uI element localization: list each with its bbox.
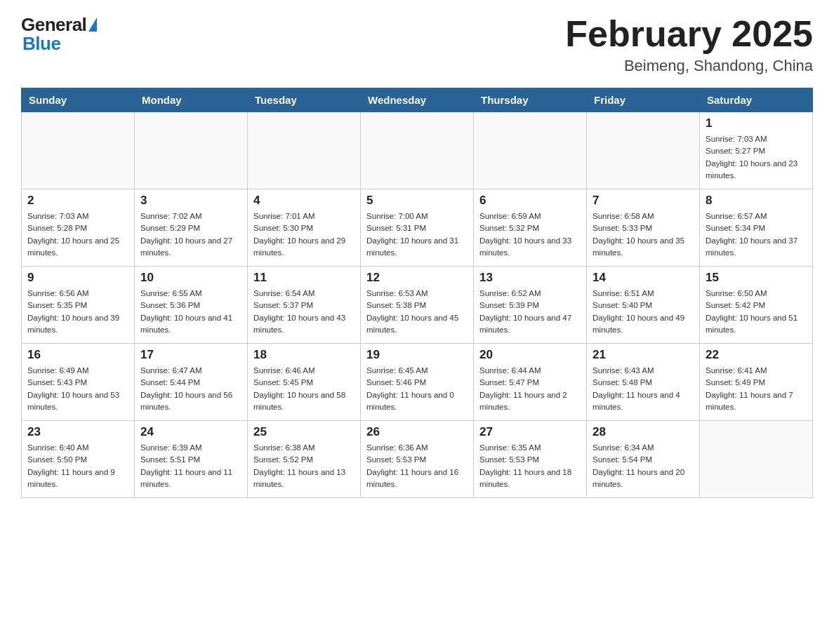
- calendar-cell: 15Sunrise: 6:50 AMSunset: 5:42 PMDayligh…: [700, 267, 813, 344]
- calendar-cell: 4Sunrise: 7:01 AMSunset: 5:30 PMDaylight…: [248, 189, 361, 267]
- calendar-cell: 28Sunrise: 6:34 AMSunset: 5:54 PMDayligh…: [587, 421, 700, 498]
- weekday-header-wednesday: Wednesday: [361, 88, 474, 112]
- day-info: Sunrise: 6:40 AMSunset: 5:50 PMDaylight:…: [27, 442, 128, 490]
- day-number: 21: [593, 348, 694, 362]
- day-number: 6: [479, 194, 581, 208]
- day-info: Sunrise: 6:50 AMSunset: 5:42 PMDaylight:…: [706, 288, 807, 336]
- day-number: 22: [706, 348, 807, 362]
- calendar-cell: 24Sunrise: 6:39 AMSunset: 5:51 PMDayligh…: [135, 421, 248, 498]
- calendar-title: February 2025: [565, 14, 813, 54]
- calendar-cell: 14Sunrise: 6:51 AMSunset: 5:40 PMDayligh…: [587, 267, 700, 344]
- day-info: Sunrise: 6:57 AMSunset: 5:34 PMDaylight:…: [706, 210, 807, 259]
- weekday-header-thursday: Thursday: [474, 88, 587, 112]
- day-info: Sunrise: 6:46 AMSunset: 5:45 PMDaylight:…: [253, 365, 355, 413]
- calendar-cell: 2Sunrise: 7:03 AMSunset: 5:28 PMDaylight…: [22, 189, 135, 267]
- day-number: 24: [140, 425, 241, 439]
- day-info: Sunrise: 6:59 AMSunset: 5:32 PMDaylight:…: [479, 210, 581, 259]
- day-info: Sunrise: 7:03 AMSunset: 5:27 PMDaylight:…: [706, 133, 807, 182]
- day-info: Sunrise: 6:44 AMSunset: 5:47 PMDaylight:…: [479, 365, 581, 413]
- day-number: 12: [366, 271, 468, 285]
- calendar-cell: 10Sunrise: 6:55 AMSunset: 5:36 PMDayligh…: [135, 267, 248, 344]
- calendar-cell: [361, 112, 474, 189]
- day-number: 15: [706, 271, 807, 285]
- day-info: Sunrise: 6:51 AMSunset: 5:40 PMDaylight:…: [593, 288, 694, 336]
- day-number: 1: [706, 116, 807, 130]
- day-info: Sunrise: 7:00 AMSunset: 5:31 PMDaylight:…: [366, 210, 468, 259]
- calendar-cell: 6Sunrise: 6:59 AMSunset: 5:32 PMDaylight…: [474, 189, 587, 267]
- logo-blue-text: Blue: [22, 33, 60, 55]
- day-number: 3: [140, 194, 241, 208]
- day-info: Sunrise: 6:58 AMSunset: 5:33 PMDaylight:…: [593, 210, 694, 259]
- calendar-cell: 26Sunrise: 6:36 AMSunset: 5:53 PMDayligh…: [361, 421, 474, 498]
- day-number: 28: [593, 425, 694, 439]
- calendar-cell: 27Sunrise: 6:35 AMSunset: 5:53 PMDayligh…: [474, 421, 587, 498]
- calendar-cell: 13Sunrise: 6:52 AMSunset: 5:39 PMDayligh…: [474, 267, 587, 344]
- day-number: 25: [253, 425, 355, 439]
- calendar-cell: 17Sunrise: 6:47 AMSunset: 5:44 PMDayligh…: [135, 344, 248, 421]
- calendar-cell: 20Sunrise: 6:44 AMSunset: 5:47 PMDayligh…: [474, 344, 587, 421]
- week-row-5: 23Sunrise: 6:40 AMSunset: 5:50 PMDayligh…: [22, 421, 813, 498]
- calendar-cell: 21Sunrise: 6:43 AMSunset: 5:48 PMDayligh…: [587, 344, 700, 421]
- calendar-cell: 16Sunrise: 6:49 AMSunset: 5:43 PMDayligh…: [22, 344, 135, 421]
- calendar-cell: 18Sunrise: 6:46 AMSunset: 5:45 PMDayligh…: [248, 344, 361, 421]
- calendar-cell: 1Sunrise: 7:03 AMSunset: 5:27 PMDaylight…: [700, 112, 813, 189]
- day-number: 11: [253, 271, 355, 285]
- weekday-header-saturday: Saturday: [700, 88, 813, 112]
- day-number: 14: [593, 271, 694, 285]
- week-row-3: 9Sunrise: 6:56 AMSunset: 5:35 PMDaylight…: [22, 267, 813, 344]
- calendar-cell: [700, 421, 813, 498]
- day-number: 23: [27, 425, 128, 439]
- title-block: February 2025 Beimeng, Shandong, China: [565, 14, 813, 75]
- day-number: 2: [27, 194, 128, 208]
- calendar-cell: [22, 112, 135, 189]
- day-info: Sunrise: 6:47 AMSunset: 5:44 PMDaylight:…: [140, 365, 241, 413]
- day-info: Sunrise: 6:38 AMSunset: 5:52 PMDaylight:…: [253, 442, 355, 490]
- week-row-2: 2Sunrise: 7:03 AMSunset: 5:28 PMDaylight…: [22, 189, 813, 267]
- day-number: 19: [366, 348, 468, 362]
- day-number: 17: [140, 348, 241, 362]
- day-number: 9: [27, 271, 128, 285]
- calendar-cell: 7Sunrise: 6:58 AMSunset: 5:33 PMDaylight…: [587, 189, 700, 267]
- day-number: 5: [366, 194, 468, 208]
- calendar-cell: 23Sunrise: 6:40 AMSunset: 5:50 PMDayligh…: [22, 421, 135, 498]
- calendar-cell: [248, 112, 361, 189]
- calendar-subtitle: Beimeng, Shandong, China: [565, 57, 813, 75]
- day-number: 7: [593, 194, 694, 208]
- calendar-cell: [135, 112, 248, 189]
- logo: General Blue: [21, 14, 97, 55]
- week-row-4: 16Sunrise: 6:49 AMSunset: 5:43 PMDayligh…: [22, 344, 813, 421]
- calendar-cell: 3Sunrise: 7:02 AMSunset: 5:29 PMDaylight…: [135, 189, 248, 267]
- day-number: 26: [366, 425, 468, 439]
- day-info: Sunrise: 6:39 AMSunset: 5:51 PMDaylight:…: [140, 442, 241, 490]
- calendar-cell: [474, 112, 587, 189]
- weekday-header-monday: Monday: [135, 88, 248, 112]
- page-header: General Blue February 2025 Beimeng, Shan…: [21, 14, 813, 75]
- day-info: Sunrise: 7:02 AMSunset: 5:29 PMDaylight:…: [140, 210, 241, 259]
- day-info: Sunrise: 6:43 AMSunset: 5:48 PMDaylight:…: [593, 365, 694, 413]
- day-info: Sunrise: 6:35 AMSunset: 5:53 PMDaylight:…: [479, 442, 581, 490]
- calendar-table: SundayMondayTuesdayWednesdayThursdayFrid…: [21, 88, 813, 498]
- calendar-cell: 22Sunrise: 6:41 AMSunset: 5:49 PMDayligh…: [700, 344, 813, 421]
- calendar-cell: 11Sunrise: 6:54 AMSunset: 5:37 PMDayligh…: [248, 267, 361, 344]
- day-info: Sunrise: 6:49 AMSunset: 5:43 PMDaylight:…: [27, 365, 128, 413]
- calendar-cell: 12Sunrise: 6:53 AMSunset: 5:38 PMDayligh…: [361, 267, 474, 344]
- weekday-header-sunday: Sunday: [22, 88, 135, 112]
- day-info: Sunrise: 6:36 AMSunset: 5:53 PMDaylight:…: [366, 442, 468, 490]
- day-info: Sunrise: 6:34 AMSunset: 5:54 PMDaylight:…: [593, 442, 694, 490]
- day-info: Sunrise: 6:55 AMSunset: 5:36 PMDaylight:…: [140, 288, 241, 336]
- weekday-header-friday: Friday: [587, 88, 700, 112]
- day-number: 8: [706, 194, 807, 208]
- calendar-cell: [587, 112, 700, 189]
- day-info: Sunrise: 7:03 AMSunset: 5:28 PMDaylight:…: [27, 210, 128, 259]
- day-info: Sunrise: 7:01 AMSunset: 5:30 PMDaylight:…: [253, 210, 355, 259]
- calendar-cell: 8Sunrise: 6:57 AMSunset: 5:34 PMDaylight…: [700, 189, 813, 267]
- day-number: 16: [27, 348, 128, 362]
- weekday-header-tuesday: Tuesday: [248, 88, 361, 112]
- day-info: Sunrise: 6:56 AMSunset: 5:35 PMDaylight:…: [27, 288, 128, 336]
- day-number: 10: [140, 271, 241, 285]
- day-number: 13: [479, 271, 581, 285]
- day-info: Sunrise: 6:53 AMSunset: 5:38 PMDaylight:…: [366, 288, 468, 336]
- day-info: Sunrise: 6:45 AMSunset: 5:46 PMDaylight:…: [366, 365, 468, 413]
- calendar-cell: 9Sunrise: 6:56 AMSunset: 5:35 PMDaylight…: [22, 267, 135, 344]
- calendar-cell: 19Sunrise: 6:45 AMSunset: 5:46 PMDayligh…: [361, 344, 474, 421]
